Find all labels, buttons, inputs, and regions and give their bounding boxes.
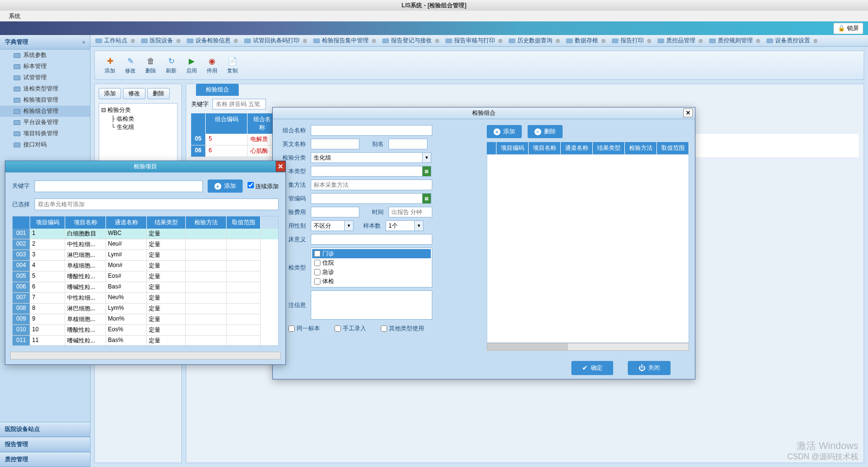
chevron-down-icon[interactable]: ▼ [415,220,424,231]
sidebar-section[interactable]: 医院设备站点 [0,422,90,437]
d2-add-button[interactable]: +添加 [208,180,243,193]
table-row[interactable]: 0044单核细胞...Mon#定量 [13,261,278,271]
close-icon[interactable]: ⊗ [302,37,307,44]
sidebar-item[interactable]: 接口对码 [0,139,90,150]
sidebar-item[interactable]: 项目转换管理 [0,128,90,139]
d2-selected-input[interactable] [35,198,279,210]
clinical-input[interactable] [311,234,432,245]
toolbar-复制[interactable]: 📄复制 [223,54,242,76]
ok-button[interactable]: ✔确定 [571,361,613,375]
close-icon[interactable]: ⊗ [647,37,652,44]
tree-child[interactable]: ├ 临检类 [101,115,175,123]
fee-input[interactable] [311,207,359,217]
tab[interactable]: 历史数据查询⊗ [506,36,563,46]
close-dialog-button[interactable]: ⏻关闭 [628,361,671,375]
send-type-option[interactable]: 急诊 [312,268,431,277]
send-type-option[interactable]: 体检 [312,277,431,286]
tab[interactable]: 医院设备⊗ [138,36,184,46]
toolbar-停用[interactable]: ◉停用 [203,54,221,76]
tab[interactable]: 质控品管理⊗ [655,36,706,46]
table-row[interactable]: 01111嗜碱性粒...Bas%定量 [13,336,278,345]
tab[interactable]: 数据存根⊗ [563,36,609,46]
sidebar-item[interactable]: 检验项目管理 [0,94,90,106]
category-select[interactable] [311,152,423,163]
tab[interactable]: 设备质控设置⊗ [763,36,821,46]
tab[interactable]: 检验报告集中管理⊗ [310,36,379,46]
table-row[interactable]: 0011白细胞数目WBC定量 [13,229,278,239]
picker-icon[interactable]: ▦ [423,193,431,204]
close-icon[interactable]: ⊗ [233,37,238,44]
toolbar-修改[interactable]: ✎修改 [121,54,140,76]
table-row[interactable]: 0077中性粒细...Neu%定量 [13,293,278,304]
close-button[interactable]: ✕ [683,108,693,117]
sidebar-item[interactable]: 送检类型管理 [0,83,90,94]
tab[interactable]: 设备检验信息⊗ [184,36,241,46]
panel-btn[interactable]: 添加 [99,88,121,99]
tab[interactable]: 工作站点⊗ [92,36,138,46]
panel-btn[interactable]: 修改 [123,88,145,99]
tube-code-input[interactable] [311,193,423,204]
gender-select[interactable] [311,220,345,231]
tab[interactable]: 报告打印⊗ [609,36,655,46]
close-icon[interactable]: ⊗ [498,37,503,44]
send-type-option[interactable]: 门诊 [312,249,431,258]
close-icon[interactable]: ⊗ [756,37,761,44]
close-icon[interactable]: ⊗ [435,37,440,44]
chevron-down-icon[interactable]: ▼ [423,152,431,163]
manual-check[interactable]: 手工录入 [335,324,366,333]
menu-system[interactable]: 系统 [5,11,24,21]
d2-keyword-input[interactable] [35,180,203,192]
keyword-input[interactable] [213,99,266,109]
same-sample-check[interactable]: 同一标本 [288,324,320,333]
tab[interactable]: 报告审核与打印⊗ [443,36,506,46]
close-icon[interactable]: ⊗ [601,37,606,44]
continuous-add-check[interactable]: 连续添加 [248,182,279,191]
table-row[interactable]: 0022中性粒细...Neu#定量 [13,239,278,250]
toolbar-删除[interactable]: 🗑删除 [142,54,160,76]
chevron-down-icon[interactable]: ▼ [345,220,354,231]
send-type-list[interactable]: 门诊 住院 急诊 体检 [311,248,432,287]
toolbar-刷新[interactable]: ↻刷新 [162,54,180,76]
close-icon[interactable]: ⊗ [698,37,703,44]
combo-name-input[interactable] [311,125,432,136]
sidebar-item[interactable]: 系统参数 [0,50,90,61]
d2-table-body[interactable]: 0011白细胞数目WBC定量0022中性粒细...Neu#定量0033淋巴细胞.… [13,229,278,345]
sample-count-select[interactable] [386,220,415,231]
other-type-check[interactable]: 其他类型使用 [381,324,424,333]
sidebar-header-dict[interactable]: 字典管理 « [0,35,90,50]
tab[interactable]: 试管回执条码打印⊗ [241,36,310,46]
time-input[interactable] [389,207,432,217]
close-icon[interactable]: ⊗ [372,37,376,44]
table-row[interactable]: 0099单核细胞...Mon%定量 [13,314,278,325]
panel-btn[interactable]: 删除 [147,88,170,99]
sidebar-item[interactable]: 标本管理 [0,61,90,72]
close-icon[interactable]: ⊗ [176,37,181,44]
tree-child[interactable]: └ 生化组 [101,123,175,131]
tab[interactable]: 质控规则管理⊗ [706,36,763,46]
table-row[interactable]: 0088淋巴细胞...Lym%定量 [13,304,278,314]
sidebar-section[interactable]: 质控管理 [0,452,90,467]
sample-type-input[interactable] [311,166,423,177]
collapse-icon[interactable]: « [82,39,85,45]
close-button[interactable]: ✕ [276,161,285,172]
close-icon[interactable]: ⊗ [130,37,135,44]
tree-root[interactable]: ⊟ 检验分类 [101,106,175,115]
del-item-button[interactable]: −删除 [528,125,563,138]
close-icon[interactable]: ⊗ [813,37,818,44]
sidebar-item[interactable]: 检验组合管理 [0,106,90,117]
tab[interactable]: 报告登记与接收⊗ [379,36,443,46]
table-row[interactable]: 01010嗜酸性粒...Eos%定量 [13,325,278,336]
collect-input[interactable] [311,180,432,190]
table-row[interactable]: 0033淋巴细胞...Lym#定量 [13,250,278,261]
sidebar-item[interactable]: 平台设备管理 [0,117,90,128]
en-name-input[interactable] [311,139,359,149]
add-item-button[interactable]: +添加 [487,125,522,138]
toolbar-添加[interactable]: ✚添加 [101,54,119,76]
close-icon[interactable]: ⊗ [555,37,560,44]
picker-icon[interactable]: ▦ [423,166,431,177]
note-textarea[interactable] [311,290,432,320]
sidebar-item[interactable]: 试管管理 [0,72,90,83]
toolbar-启用[interactable]: ▶启用 [182,54,201,76]
table-row[interactable]: 0055嗜酸性粒...Eos#定量 [13,271,278,282]
send-type-option[interactable]: 住院 [312,258,431,268]
